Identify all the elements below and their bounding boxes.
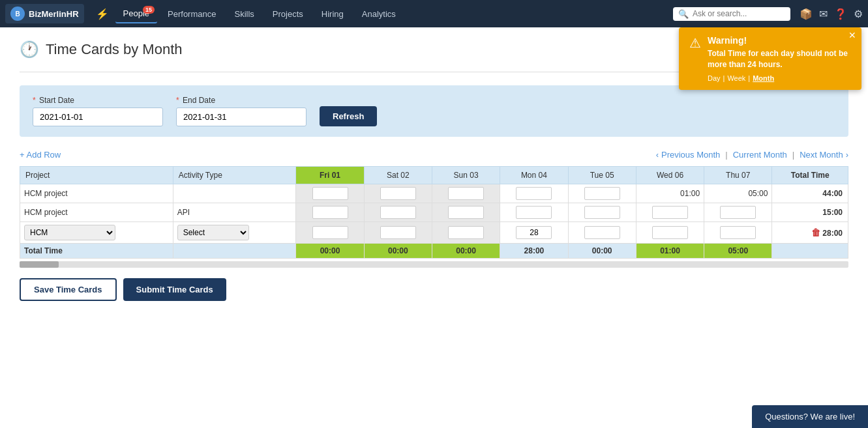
box-icon[interactable]: 📦 — [800, 8, 813, 20]
sun03-input-3[interactable] — [432, 222, 500, 244]
live-chat-widget[interactable]: Questions? We are live! — [752, 405, 868, 428]
navbar: B BizMerlinHR ⚡ People 15 Performance Sk… — [0, 0, 868, 27]
nav-icon-group: 📦 ✉ ❓ ⚙ — [800, 8, 863, 20]
activity-select[interactable]: Select API — [177, 225, 249, 240]
month-navigation: ‹ Previous Month | Current Month | Next … — [656, 150, 848, 160]
total-sun03: 00:00 — [432, 244, 500, 259]
tue05-input-2[interactable] — [568, 203, 636, 222]
activity-type-2: API — [173, 203, 296, 222]
view-tab-day[interactable]: Day — [708, 74, 721, 82]
refresh-button[interactable]: Refresh — [320, 106, 377, 126]
settings-icon[interactable]: ⚙ — [854, 8, 863, 20]
brand-logo[interactable]: B BizMerlinHR — [5, 4, 84, 23]
th-tue05: Tue 05 — [568, 167, 636, 184]
activity-type-1 — [173, 184, 296, 203]
warning-toast: ⚠ Warning! Total Time for each day shoul… — [679, 27, 861, 90]
table-row: HCM project API 15:00 — [20, 203, 848, 222]
sun03-input-2[interactable] — [432, 203, 500, 222]
nav-analytics[interactable]: Analytics — [354, 5, 404, 23]
sun03-input-1[interactable] — [432, 184, 500, 203]
sat02-input-1[interactable] — [364, 184, 432, 203]
th-sat02: Sat 02 — [364, 167, 432, 184]
submit-time-cards-button[interactable]: Submit Time Cards — [123, 278, 226, 301]
save-time-cards-button[interactable]: Save Time Cards — [20, 278, 117, 301]
total-thu07: 05:00 — [704, 244, 772, 259]
nav-performance[interactable]: Performance — [160, 5, 224, 23]
total-tue05: 00:00 — [568, 244, 636, 259]
sat02-input-2[interactable] — [364, 203, 432, 222]
scroll-thumb — [20, 261, 59, 268]
fri01-input-3[interactable] — [296, 222, 364, 244]
total-1: 44:00 — [772, 184, 848, 203]
th-sun03: Sun 03 — [432, 167, 500, 184]
tue05-input-3[interactable] — [568, 222, 636, 244]
th-activity: Activity Type — [173, 167, 296, 184]
table-header-row: Project Activity Type Fri 01 Sat 02 Sun … — [20, 167, 848, 184]
fri01-input-1[interactable] — [296, 184, 364, 203]
thu07-input-1[interactable]: 05:00 — [704, 184, 772, 203]
warning-title: Warning! — [708, 35, 851, 46]
page-title: Time Cards by Month — [46, 41, 182, 58]
total-row: Total Time 00:00 00:00 00:00 28:00 00:00… — [20, 244, 848, 259]
project-select[interactable]: HCM HCM project — [24, 225, 115, 240]
mon04-input-2[interactable] — [500, 203, 568, 222]
next-month-link[interactable]: Next Month — [800, 150, 843, 160]
prev-arrow-icon: ‹ — [656, 150, 659, 160]
logo-icon: B — [10, 7, 25, 21]
th-wed06: Wed 06 — [636, 167, 704, 184]
warning-content: Warning! Total Time for each day should … — [708, 35, 851, 82]
delete-icon[interactable]: 🗑 — [811, 227, 820, 238]
add-row-button[interactable]: + Add Row — [20, 150, 61, 160]
end-date-input[interactable] — [176, 107, 307, 126]
timecards-table: Project Activity Type Fri 01 Sat 02 Sun … — [20, 166, 848, 259]
project-name-1: HCM project — [20, 184, 173, 203]
total-grand — [772, 244, 848, 259]
search-input[interactable] — [693, 9, 785, 18]
prev-month-link[interactable]: Previous Month — [661, 150, 720, 160]
table-row: HCM project 01:00 05:00 44:00 — [20, 184, 848, 203]
sat02-input-3[interactable] — [364, 222, 432, 244]
total-sat02: 00:00 — [364, 244, 432, 259]
fri01-input-2[interactable] — [296, 203, 364, 222]
nav-hiring[interactable]: Hiring — [314, 5, 352, 23]
total-fri01: 00:00 — [296, 244, 364, 259]
help-icon[interactable]: ❓ — [834, 8, 847, 20]
end-date-label: * End Date — [176, 96, 307, 105]
view-tab-week[interactable]: Week — [727, 74, 745, 82]
warning-icon: ⚠ — [689, 35, 701, 51]
th-total: Total Time — [772, 167, 848, 184]
start-date-input[interactable] — [33, 107, 163, 126]
activity-select-cell[interactable]: Select API — [173, 222, 296, 244]
project-select-cell[interactable]: HCM HCM project — [20, 222, 173, 244]
warning-close-button[interactable]: ✕ — [848, 30, 856, 40]
thu07-input-2[interactable] — [704, 203, 772, 222]
live-chat-text: Questions? We are live! — [765, 412, 855, 421]
nav-skills[interactable]: Skills — [226, 5, 262, 23]
mon04-input-3[interactable] — [500, 222, 568, 244]
end-date-group: * End Date — [176, 96, 307, 126]
tue05-input-1[interactable] — [568, 184, 636, 203]
wed06-input-2[interactable] — [636, 203, 704, 222]
wed06-input-1[interactable]: 01:00 — [636, 184, 704, 203]
total-2: 15:00 — [772, 203, 848, 222]
total-wed06: 01:00 — [636, 244, 704, 259]
curr-month-link[interactable]: Current Month — [733, 150, 787, 160]
table-row-editable: HCM HCM project Select API — [20, 222, 848, 244]
flash-icon: ⚡ — [92, 8, 113, 20]
search-icon: 🔍 — [678, 9, 689, 19]
mon04-input-1[interactable] — [500, 184, 568, 203]
clock-icon: 🕐 — [20, 40, 39, 59]
next-arrow-icon: › — [846, 150, 848, 160]
thu07-input-3[interactable] — [704, 222, 772, 244]
wed06-input-3[interactable] — [636, 222, 704, 244]
view-tab-month[interactable]: Month — [753, 74, 774, 82]
nav-projects[interactable]: Projects — [265, 5, 311, 23]
brand-name: BizMerlinHR — [29, 9, 79, 19]
filter-bar: * Start Date * End Date Refresh — [20, 85, 848, 137]
th-fri01: Fri 01 — [296, 167, 364, 184]
mail-icon[interactable]: ✉ — [819, 8, 828, 20]
th-thu07: Thu 07 — [704, 167, 772, 184]
nav-people[interactable]: People 15 — [115, 5, 157, 23]
th-mon04: Mon 04 — [500, 167, 568, 184]
horizontal-scrollbar[interactable] — [20, 261, 848, 268]
